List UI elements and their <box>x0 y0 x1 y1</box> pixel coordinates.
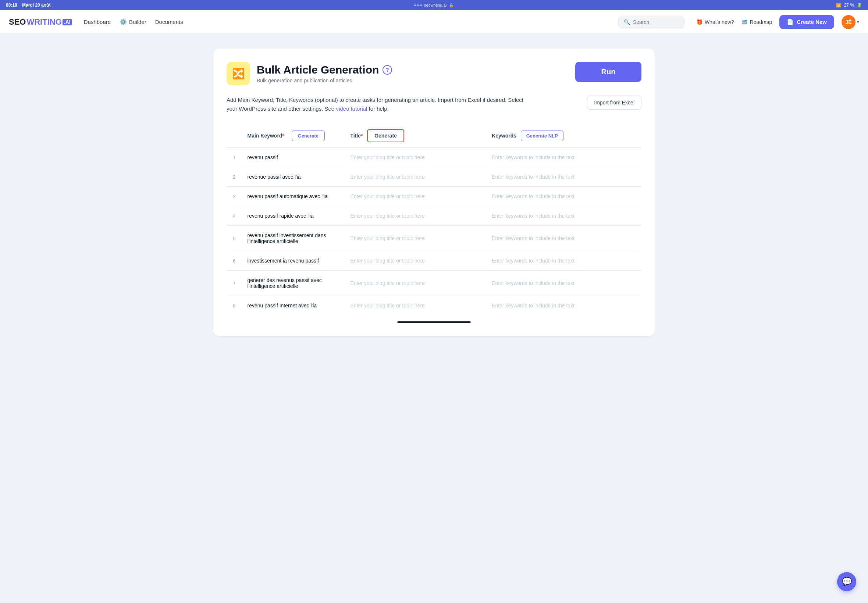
battery-level: 27 % <box>844 3 854 8</box>
row-keyword: revenu passif <box>241 148 345 167</box>
row-keyword: revenue passif avec l'ia <box>241 167 345 187</box>
chevron-down-icon: ▾ <box>857 20 859 25</box>
row-title-input[interactable]: Enter your blog title or topic here <box>345 167 486 187</box>
status-bar: 08:18 Mardi 20 août seowriting.ai 🔒 📶 27… <box>0 0 868 10</box>
th-main-keyword: Main Keyword* Generate <box>241 124 345 148</box>
card-description: Add Main Keyword, Title, Keywords (optio… <box>227 96 641 113</box>
create-new-icon: 📄 <box>787 19 794 25</box>
page-title: Bulk Article Generation ? <box>257 63 392 76</box>
required-star-title: * <box>361 133 363 139</box>
status-center: seowriting.ai 🔒 <box>414 3 454 8</box>
search-box: 🔍 <box>618 17 684 28</box>
th-keywords: Keywords Generate NLP <box>486 124 641 148</box>
row-num: 8 <box>227 296 241 315</box>
table-row: 8 revenu passif Internet avec l'ia Enter… <box>227 296 641 315</box>
table-row: 1 revenu passif Enter your blog title or… <box>227 148 641 167</box>
generate-nlp-button[interactable]: Generate NLP <box>521 130 563 141</box>
table-row: 2 revenue passif avec l'ia Enter your bl… <box>227 167 641 187</box>
description-text: Add Main Keyword, Title, Keywords (optio… <box>227 96 525 113</box>
row-num: 1 <box>227 148 241 167</box>
status-time-date: 08:18 Mardi 20 août <box>6 3 50 8</box>
row-keywords-input[interactable]: Enter keywords to include in the text <box>486 148 641 167</box>
row-title-input[interactable]: Enter your blog title or topic here <box>345 187 486 206</box>
video-tutorial-link[interactable]: video tutorial <box>336 105 368 112</box>
generate-title-button[interactable]: Generate <box>367 129 404 142</box>
search-icon: 🔍 <box>624 19 630 25</box>
whats-new-button[interactable]: 🎁 What's new? <box>696 19 734 25</box>
row-title-input[interactable]: Enter your blog title or topic here <box>345 148 486 167</box>
status-time: 08:18 <box>6 3 17 8</box>
row-title-input[interactable]: Enter your blog title or topic here <box>345 206 486 226</box>
create-new-button[interactable]: 📄 Create New <box>779 15 834 29</box>
status-date: Mardi 20 août <box>22 3 50 8</box>
row-num: 7 <box>227 271 241 296</box>
page-icon: 🔀 <box>227 62 250 85</box>
table-body: 1 revenu passif Enter your blog title or… <box>227 148 641 315</box>
nav-builder[interactable]: ⚙️ Builder <box>119 19 146 25</box>
row-keywords-input[interactable]: Enter keywords to include in the text <box>486 226 641 251</box>
row-title-input[interactable]: Enter your blog title or topic here <box>345 271 486 296</box>
row-keyword: generer des revenus passif avec l'intell… <box>241 271 345 296</box>
logo[interactable]: SEOWRITING.AI <box>9 17 72 27</box>
nav-right: 🎁 What's new? 🗺️ Roadmap 📄 Create New JÉ… <box>696 15 859 29</box>
row-num: 3 <box>227 187 241 206</box>
help-icon[interactable]: ? <box>382 65 392 75</box>
import-excel-button[interactable]: Import from Excel <box>587 96 641 110</box>
scroll-indicator <box>397 322 471 323</box>
table-row: 5 revenu passif investissement dans l'in… <box>227 226 641 251</box>
navbar: SEOWRITING.AI Dashboard ⚙️ Builder Docum… <box>0 10 868 34</box>
row-title-input[interactable]: Enter your blog title or topic here <box>345 251 486 271</box>
logo-seo: SEO <box>9 17 26 27</box>
roadmap-button[interactable]: 🗺️ Roadmap <box>741 19 772 25</box>
avatar: JÉ <box>842 15 856 29</box>
row-keywords-input[interactable]: Enter keywords to include in the text <box>486 206 641 226</box>
bulk-table: Main Keyword* Generate Title* Generate <box>227 124 641 315</box>
row-keyword: revenu passif automatique avec l'ia <box>241 187 345 206</box>
battery-icon: 🔋 <box>857 3 862 8</box>
row-keywords-input[interactable]: Enter keywords to include in the text <box>486 296 641 315</box>
gear-icon: ⚙️ <box>119 19 127 25</box>
nav-dashboard[interactable]: Dashboard <box>84 19 111 25</box>
logo-ai: .AI <box>62 19 72 25</box>
row-keywords-input[interactable]: Enter keywords to include in the text <box>486 167 641 187</box>
status-dots <box>414 5 422 6</box>
generate-keyword-button[interactable]: Generate <box>292 130 325 141</box>
row-keywords-input[interactable]: Enter keywords to include in the text <box>486 187 641 206</box>
content-card: 🔀 Bulk Article Generation ? Bulk generat… <box>214 48 654 336</box>
row-num: 4 <box>227 206 241 226</box>
chat-button[interactable]: 💬 <box>837 572 856 591</box>
row-num: 6 <box>227 251 241 271</box>
nav-links: Dashboard ⚙️ Builder Documents <box>84 19 607 25</box>
whats-new-icon: 🎁 <box>696 19 702 25</box>
row-keywords-input[interactable]: Enter keywords to include in the text <box>486 251 641 271</box>
user-menu[interactable]: JÉ ▾ <box>842 15 859 29</box>
logo-writing: WRITING <box>26 17 62 27</box>
page-title-wrap: Bulk Article Generation ? Bulk generatio… <box>257 63 392 83</box>
main-content: 🔀 Bulk Article Generation ? Bulk generat… <box>199 34 669 351</box>
row-keyword: revenu passif Internet avec l'ia <box>241 296 345 315</box>
wifi-icon: 📶 <box>836 3 841 8</box>
status-right: 📶 27 % 🔋 <box>836 3 862 8</box>
row-title-input[interactable]: Enter your blog title or topic here <box>345 296 486 315</box>
table-header: Main Keyword* Generate Title* Generate <box>227 124 641 148</box>
search-input[interactable] <box>633 19 679 25</box>
th-title: Title* Generate <box>345 124 486 148</box>
row-keyword: investissement ia revenu passif <box>241 251 345 271</box>
required-star-keyword: * <box>282 133 284 139</box>
row-title-input[interactable]: Enter your blog title or topic here <box>345 226 486 251</box>
table-row: 3 revenu passif automatique avec l'ia En… <box>227 187 641 206</box>
row-keywords-input[interactable]: Enter keywords to include in the text <box>486 271 641 296</box>
card-header-left: 🔀 Bulk Article Generation ? Bulk generat… <box>227 62 392 85</box>
th-row-num <box>227 124 241 148</box>
run-button[interactable]: Run <box>575 62 641 82</box>
nav-documents[interactable]: Documents <box>155 19 183 25</box>
chat-icon: 💬 <box>842 577 852 586</box>
status-url: seowriting.ai <box>424 3 447 7</box>
table-row: 7 generer des revenus passif avec l'inte… <box>227 271 641 296</box>
page-subtitle: Bulk generation and publication of artic… <box>257 77 392 83</box>
row-keyword: revenu passif investissement dans l'inte… <box>241 226 345 251</box>
row-num: 5 <box>227 226 241 251</box>
table-row: 6 investissement ia revenu passif Enter … <box>227 251 641 271</box>
card-header: 🔀 Bulk Article Generation ? Bulk generat… <box>227 62 641 85</box>
roadmap-icon: 🗺️ <box>741 19 748 25</box>
